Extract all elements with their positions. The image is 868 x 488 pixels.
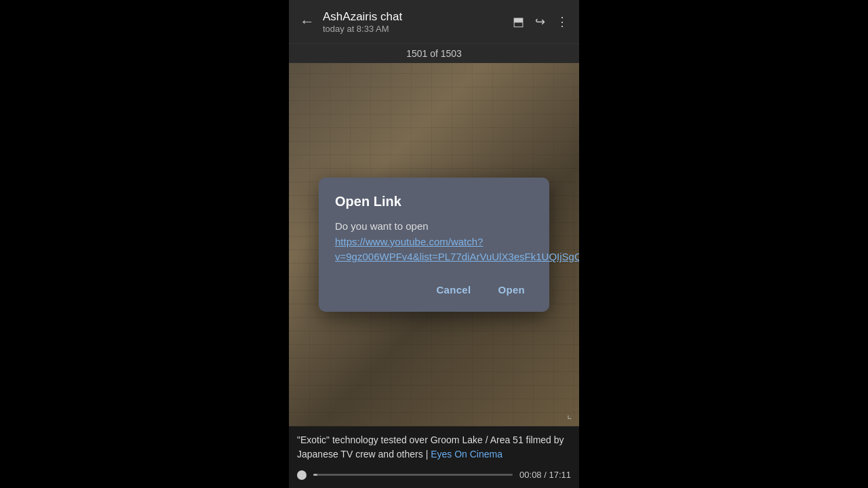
- open-link-dialog: Open Link Do you want to open https://ww…: [319, 178, 549, 312]
- counter-text: 1501 of 1503: [406, 48, 462, 59]
- forward-icon[interactable]: ↪: [535, 14, 545, 29]
- video-title: "Exotic" technology tested over Groom La…: [297, 433, 571, 462]
- time-separator: /: [542, 470, 549, 480]
- more-options-icon[interactable]: ⋮: [556, 14, 568, 29]
- chat-time: today at 8:33 AM: [323, 24, 505, 34]
- top-icons: ⬒ ↪ ⋮: [513, 14, 568, 29]
- dialog-body: Do you want to open https://www.youtube.…: [335, 219, 536, 265]
- top-bar: ← AshAzairis chat today at 8:33 AM ⬒ ↪ ⋮: [289, 0, 579, 43]
- back-icon: ←: [300, 13, 315, 30]
- total-time: 17:11: [549, 470, 571, 480]
- resize-icon: ⌞: [567, 408, 572, 421]
- share-screen-icon[interactable]: ⬒: [513, 14, 524, 29]
- progress-dot[interactable]: [297, 470, 307, 480]
- dialog-body-prefix: Do you want to open: [335, 220, 429, 232]
- progress-bar-container: 00:08 / 17:11: [297, 467, 571, 483]
- channel-link[interactable]: Eyes On Cinema: [431, 449, 502, 460]
- time-display: 00:08 / 17:11: [519, 470, 571, 480]
- counter-bar: 1501 of 1503: [289, 43, 579, 63]
- current-time: 00:08: [519, 470, 542, 480]
- bottom-area: "Exotic" technology tested over Groom La…: [289, 426, 579, 488]
- cancel-button[interactable]: Cancel: [425, 279, 481, 301]
- dialog-link[interactable]: https://www.youtube.com/watch?v=9gz006WP…: [335, 236, 579, 263]
- phone-screen: ← AshAzairis chat today at 8:33 AM ⬒ ↪ ⋮…: [289, 0, 579, 488]
- dialog-title: Open Link: [335, 194, 536, 209]
- back-button[interactable]: ←: [300, 13, 315, 30]
- chat-title: AshAzairis chat: [323, 10, 505, 24]
- progress-track[interactable]: [313, 474, 513, 476]
- dialog-actions: Cancel Open: [335, 279, 536, 301]
- dialog-overlay: Open Link Do you want to open https://ww…: [289, 63, 579, 426]
- progress-fill: [313, 474, 317, 476]
- open-button[interactable]: Open: [487, 279, 536, 301]
- video-area: Open Link Do you want to open https://ww…: [289, 63, 579, 426]
- chat-info: AshAzairis chat today at 8:33 AM: [323, 10, 505, 34]
